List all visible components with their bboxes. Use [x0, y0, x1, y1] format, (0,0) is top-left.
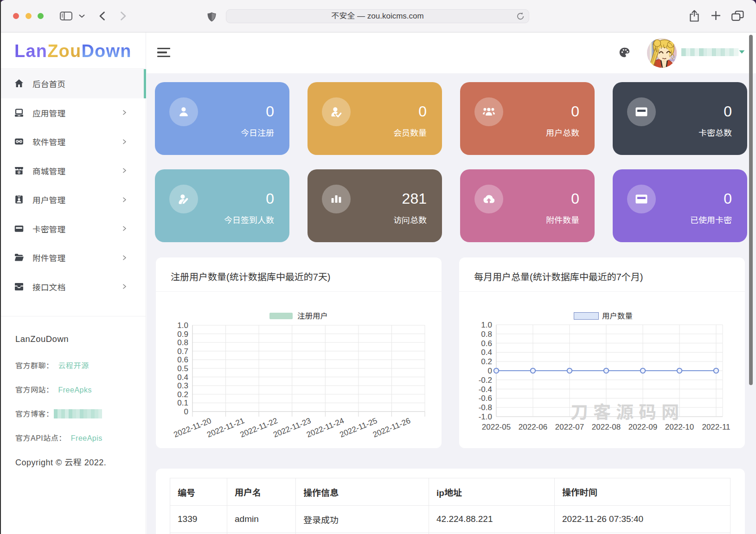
svg-text:0.6: 0.6 [481, 339, 492, 348]
svg-text:0: 0 [488, 367, 492, 375]
svg-text:-1.0: -1.0 [479, 412, 492, 421]
svg-text:2022-11-22: 2022-11-22 [239, 416, 279, 439]
svg-text:1.0: 1.0 [177, 321, 188, 330]
svg-text:2022-06: 2022-06 [519, 423, 547, 431]
svg-text:1.0: 1.0 [481, 321, 492, 329]
svg-text:2022-11-21: 2022-11-21 [205, 416, 246, 439]
svg-text:刀客源码网: 刀客源码网 [570, 403, 684, 422]
svg-text:2022-05: 2022-05 [482, 423, 511, 431]
svg-text:0.4: 0.4 [177, 373, 188, 382]
svg-text:-0.2: -0.2 [479, 376, 492, 385]
svg-text:2022-11-26: 2022-11-26 [372, 416, 412, 439]
svg-text:0.5: 0.5 [177, 364, 188, 373]
svg-text:2022-09: 2022-09 [628, 423, 657, 431]
svg-text:2022-11-23: 2022-11-23 [272, 416, 312, 439]
svg-text:0.4: 0.4 [481, 348, 492, 357]
svg-text:0.8: 0.8 [177, 338, 188, 347]
svg-text:2022-11: 2022-11 [702, 423, 730, 431]
svg-text:2022-08: 2022-08 [592, 423, 621, 431]
svg-text:0.2: 0.2 [177, 390, 188, 399]
svg-text:2022-11-20: 2022-11-20 [173, 416, 213, 439]
svg-text:2022-07: 2022-07 [555, 423, 584, 431]
svg-text:G: G [18, 171, 20, 174]
svg-text:-0.4: -0.4 [479, 385, 492, 394]
svg-text:0.7: 0.7 [177, 347, 188, 356]
svg-text:-0.6: -0.6 [479, 394, 492, 403]
svg-text:0.1: 0.1 [177, 399, 188, 407]
svg-text:0.6: 0.6 [177, 355, 188, 364]
svg-text:0.8: 0.8 [481, 330, 492, 339]
svg-text:-0.8: -0.8 [479, 403, 492, 412]
svg-text:2022-11-24: 2022-11-24 [305, 416, 346, 439]
svg-text:0.9: 0.9 [177, 330, 188, 339]
svg-text:0.3: 0.3 [177, 381, 188, 390]
svg-text:2022-11-25: 2022-11-25 [339, 416, 379, 439]
svg-text:0: 0 [184, 407, 188, 416]
svg-text:2022-10: 2022-10 [665, 423, 694, 431]
svg-text:0.2: 0.2 [481, 357, 492, 366]
